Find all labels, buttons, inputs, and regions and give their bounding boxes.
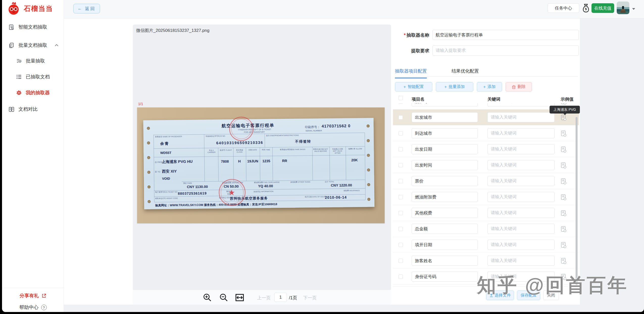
- keyword-input[interactable]: [487, 176, 555, 186]
- row-checkbox[interactable]: [399, 211, 403, 215]
- ticket-allow: 20K: [351, 158, 358, 162]
- table-row[interactable]: [393, 173, 579, 189]
- prev-page-button[interactable]: 上一页: [257, 295, 271, 301]
- ticket-info-label: 始发信息 INFORMATION: [254, 190, 274, 193]
- field-name-input[interactable]: [412, 256, 478, 266]
- recharge-button[interactable]: 在线充值: [591, 3, 614, 13]
- field-name-input[interactable]: [412, 176, 478, 186]
- brand-name: 石榴当当: [24, 4, 53, 13]
- keyword-input[interactable]: [487, 208, 555, 218]
- sidebar: 石榴当当 智能文档抽取 批量文档抽取 A 批量抽取 已抽取文档 我的抽取器 文档…: [2, 0, 64, 312]
- sidebar-item-batch-extract-group[interactable]: 批量文档抽取: [2, 40, 64, 51]
- row-checkbox[interactable]: [399, 163, 403, 167]
- table-row[interactable]: [393, 141, 579, 157]
- row-checkbox[interactable]: [399, 275, 403, 279]
- sidebar-item-label: 文档对比: [18, 106, 38, 113]
- field-name-input[interactable]: [412, 103, 478, 106]
- smart-config-button[interactable]: +智能配置: [395, 82, 432, 92]
- keyword-input[interactable]: [487, 144, 555, 154]
- select-all-checkbox[interactable]: [399, 96, 403, 100]
- fit-width-icon[interactable]: [235, 293, 244, 302]
- sample-value-icon[interactable]: [561, 163, 565, 168]
- table-row[interactable]: [393, 157, 579, 173]
- row-checkbox[interactable]: [399, 179, 403, 183]
- user-avatar[interactable]: [617, 2, 629, 14]
- table-row[interactable]: [393, 237, 579, 253]
- extractor-name-input[interactable]: [432, 30, 579, 40]
- add-button[interactable]: +添加: [477, 82, 502, 92]
- row-checkbox[interactable]: [399, 243, 403, 247]
- zoom-in-icon[interactable]: [203, 293, 212, 302]
- sample-value-icon[interactable]: [561, 210, 565, 216]
- save-config-button[interactable]: 保存配置: [517, 290, 540, 300]
- keyword-input[interactable]: [487, 103, 555, 106]
- extract-requirement-input[interactable]: [432, 46, 579, 56]
- table-row[interactable]: [393, 253, 579, 269]
- page-number-input[interactable]: [274, 293, 287, 302]
- field-name-input[interactable]: [412, 224, 478, 234]
- table-row[interactable]: [393, 221, 579, 237]
- task-center-button[interactable]: 任务中心: [548, 3, 579, 13]
- brand-logo[interactable]: 石榴当当: [7, 2, 53, 15]
- help-center-link[interactable]: 帮助中心 ?: [2, 302, 64, 312]
- sidebar-item-my-extractors[interactable]: 我的抽取器: [2, 87, 64, 98]
- row-checkbox[interactable]: [399, 227, 403, 231]
- sample-value-icon[interactable]: [561, 103, 565, 104]
- row-checkbox[interactable]: [399, 147, 403, 151]
- keyword-input[interactable]: [487, 240, 555, 250]
- keyword-input[interactable]: [487, 192, 555, 202]
- ticket-agent-code: WD55T: [160, 151, 171, 155]
- keyword-input[interactable]: [487, 272, 555, 282]
- field-name-input[interactable]: [412, 240, 478, 250]
- field-name-input[interactable]: [412, 112, 478, 122]
- keyword-input[interactable]: [487, 128, 555, 138]
- close-button[interactable]: 关闭: [543, 290, 559, 300]
- money-bag-icon[interactable]: $: [581, 4, 590, 13]
- zoom-out-icon[interactable]: [219, 293, 229, 302]
- row-checkbox[interactable]: [399, 103, 403, 104]
- keyword-input[interactable]: [487, 256, 555, 266]
- keyword-input[interactable]: [487, 224, 555, 234]
- keyword-input[interactable]: [487, 112, 555, 122]
- field-name-input[interactable]: [412, 208, 478, 218]
- row-checkbox[interactable]: [399, 259, 403, 263]
- sidebar-item-doc-compare[interactable]: 文档对比: [2, 104, 64, 115]
- field-name-input[interactable]: [412, 192, 478, 202]
- share-reward-link[interactable]: 分享有礼: [2, 291, 64, 301]
- field-name-input[interactable]: [412, 144, 478, 154]
- delete-button[interactable]: 删除: [506, 82, 532, 92]
- table-row[interactable]: [393, 125, 579, 141]
- tab-item-config[interactable]: 抽取器项目配置: [395, 68, 427, 78]
- list-icon: [16, 74, 22, 80]
- select-file-button[interactable]: 选择文件: [486, 290, 514, 300]
- field-name-input[interactable]: [412, 160, 478, 170]
- table-row[interactable]: [393, 269, 579, 285]
- back-button[interactable]: ← 返回: [73, 4, 100, 13]
- batch-add-button[interactable]: +批量添加: [436, 82, 473, 92]
- sample-value-icon[interactable]: [561, 178, 565, 184]
- sample-value-icon[interactable]: [561, 131, 565, 136]
- sidebar-item-extracted-docs[interactable]: 已抽取文档: [2, 72, 64, 82]
- keyword-input[interactable]: [487, 160, 555, 170]
- field-name-input[interactable]: [412, 272, 478, 282]
- chevron-down-icon[interactable]: [632, 8, 635, 10]
- document-photo[interactable]: 航空运输电子客票行程单 ITINERARY/RECEIPT OF E-TICKE…: [137, 107, 385, 223]
- row-checkbox[interactable]: [399, 115, 403, 120]
- field-name-input[interactable]: [412, 128, 478, 138]
- sample-value-icon[interactable]: [561, 226, 565, 232]
- sample-value-icon[interactable]: [561, 242, 565, 248]
- sample-value-icon[interactable]: [561, 194, 565, 200]
- sample-value-icon[interactable]: [561, 258, 565, 263]
- sample-value-icon[interactable]: [561, 115, 565, 120]
- next-page-button[interactable]: 下一页: [303, 295, 317, 301]
- sidebar-item-batch-extract[interactable]: A 批量抽取: [2, 56, 64, 66]
- sample-value-icon[interactable]: [561, 274, 565, 279]
- sample-value-icon[interactable]: [561, 147, 565, 152]
- row-checkbox[interactable]: [399, 195, 403, 199]
- sidebar-item-smart-extract[interactable]: 智能文档抽取: [2, 22, 64, 32]
- table-row[interactable]: [393, 189, 579, 205]
- ticket-id-no: 640103196509210336: [216, 140, 263, 145]
- table-row[interactable]: [393, 205, 579, 221]
- scrollbar-thumb[interactable]: [576, 117, 578, 285]
- row-checkbox[interactable]: [399, 131, 403, 136]
